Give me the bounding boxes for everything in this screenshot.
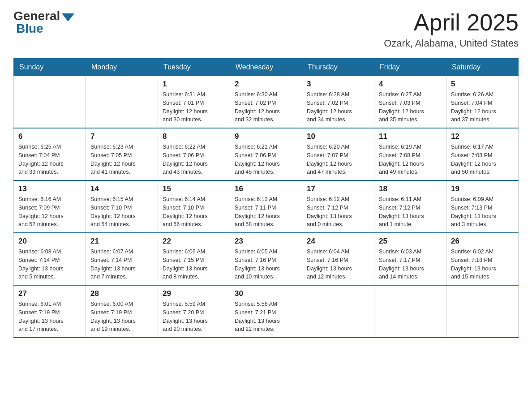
day-info: Sunrise: 6:31 AM Sunset: 7:01 PM Dayligh…: [163, 90, 225, 124]
day-info: Sunrise: 6:05 AM Sunset: 7:16 PM Dayligh…: [235, 248, 297, 281]
day-of-week-header: Thursday: [302, 59, 374, 76]
day-info: Sunrise: 6:02 AM Sunset: 7:18 PM Dayligh…: [451, 248, 514, 281]
day-info: Sunrise: 6:19 AM Sunset: 7:08 PM Dayligh…: [379, 143, 442, 176]
day-info: Sunrise: 6:23 AM Sunset: 7:05 PM Dayligh…: [90, 143, 153, 176]
day-number: 10: [307, 132, 369, 141]
calendar-day-cell: 12Sunrise: 6:17 AM Sunset: 7:08 PM Dayli…: [446, 128, 519, 180]
calendar-day-cell: 2Sunrise: 6:30 AM Sunset: 7:02 PM Daylig…: [230, 76, 302, 128]
calendar-day-cell: [302, 285, 374, 338]
day-number: 23: [235, 237, 297, 246]
calendar-day-cell: 25Sunrise: 6:03 AM Sunset: 7:17 PM Dayli…: [374, 233, 446, 285]
day-number: 3: [307, 80, 369, 89]
day-of-week-header: Wednesday: [230, 59, 302, 76]
day-info: Sunrise: 6:30 AM Sunset: 7:02 PM Dayligh…: [235, 90, 297, 124]
day-info: Sunrise: 6:14 AM Sunset: 7:10 PM Dayligh…: [163, 195, 225, 229]
day-info: Sunrise: 6:27 AM Sunset: 7:03 PM Dayligh…: [379, 90, 442, 124]
day-info: Sunrise: 6:09 AM Sunset: 7:13 PM Dayligh…: [451, 195, 514, 229]
calendar-day-cell: 22Sunrise: 6:06 AM Sunset: 7:15 PM Dayli…: [158, 233, 230, 285]
day-number: 6: [18, 132, 81, 141]
day-number: 1: [163, 80, 225, 89]
day-number: 8: [163, 132, 225, 141]
day-info: Sunrise: 6:20 AM Sunset: 7:07 PM Dayligh…: [307, 143, 369, 176]
day-info: Sunrise: 6:12 AM Sunset: 7:12 PM Dayligh…: [307, 195, 369, 229]
day-number: 19: [451, 184, 514, 193]
location-title: Ozark, Alabama, United States: [384, 38, 519, 49]
day-info: Sunrise: 6:28 AM Sunset: 7:02 PM Dayligh…: [307, 90, 369, 124]
day-number: 21: [90, 237, 153, 246]
day-info: Sunrise: 6:04 AM Sunset: 7:16 PM Dayligh…: [307, 248, 369, 281]
calendar-day-cell: 18Sunrise: 6:11 AM Sunset: 7:12 PM Dayli…: [374, 180, 446, 233]
logo: General Blue: [13, 9, 74, 36]
calendar-day-cell: [446, 285, 519, 338]
calendar-day-cell: 1Sunrise: 6:31 AM Sunset: 7:01 PM Daylig…: [158, 76, 230, 128]
calendar-day-cell: 5Sunrise: 6:26 AM Sunset: 7:04 PM Daylig…: [446, 76, 519, 128]
calendar-day-cell: 15Sunrise: 6:14 AM Sunset: 7:10 PM Dayli…: [158, 180, 230, 233]
calendar-day-cell: 29Sunrise: 5:59 AM Sunset: 7:20 PM Dayli…: [158, 285, 230, 338]
day-number: 14: [90, 184, 153, 193]
calendar-day-cell: 30Sunrise: 5:58 AM Sunset: 7:21 PM Dayli…: [230, 285, 302, 338]
day-number: 24: [307, 237, 369, 246]
page-header: General Blue April 2025 Ozark, Alabama, …: [13, 9, 519, 49]
day-info: Sunrise: 6:11 AM Sunset: 7:12 PM Dayligh…: [379, 195, 442, 229]
day-info: Sunrise: 5:59 AM Sunset: 7:20 PM Dayligh…: [163, 300, 225, 334]
calendar-day-cell: 20Sunrise: 6:08 AM Sunset: 7:14 PM Dayli…: [14, 233, 86, 285]
day-of-week-header: Sunday: [14, 59, 86, 76]
day-info: Sunrise: 6:13 AM Sunset: 7:11 PM Dayligh…: [235, 195, 297, 229]
day-number: 5: [451, 80, 514, 89]
calendar-day-cell: 13Sunrise: 6:16 AM Sunset: 7:09 PM Dayli…: [14, 180, 86, 233]
day-number: 15: [163, 184, 225, 193]
calendar-day-cell: 27Sunrise: 6:01 AM Sunset: 7:19 PM Dayli…: [14, 285, 86, 338]
calendar-week-row: 13Sunrise: 6:16 AM Sunset: 7:09 PM Dayli…: [14, 180, 519, 233]
day-info: Sunrise: 5:58 AM Sunset: 7:21 PM Dayligh…: [235, 300, 297, 334]
day-info: Sunrise: 6:17 AM Sunset: 7:08 PM Dayligh…: [451, 143, 514, 176]
logo-arrow-icon: [62, 13, 74, 21]
day-number: 4: [379, 80, 442, 89]
day-number: 11: [379, 132, 442, 141]
calendar-week-row: 27Sunrise: 6:01 AM Sunset: 7:19 PM Dayli…: [14, 285, 519, 338]
calendar-day-cell: 10Sunrise: 6:20 AM Sunset: 7:07 PM Dayli…: [302, 128, 374, 180]
calendar-day-cell: [374, 285, 446, 338]
calendar-day-cell: 21Sunrise: 6:07 AM Sunset: 7:14 PM Dayli…: [86, 233, 158, 285]
day-number: 13: [18, 184, 81, 193]
day-info: Sunrise: 6:15 AM Sunset: 7:10 PM Dayligh…: [90, 195, 153, 229]
title-block: April 2025 Ozark, Alabama, United States: [384, 9, 519, 49]
day-info: Sunrise: 6:26 AM Sunset: 7:04 PM Dayligh…: [451, 90, 514, 124]
day-info: Sunrise: 6:25 AM Sunset: 7:04 PM Dayligh…: [18, 143, 81, 176]
day-of-week-header: Monday: [86, 59, 158, 76]
day-info: Sunrise: 6:06 AM Sunset: 7:15 PM Dayligh…: [163, 248, 225, 281]
day-info: Sunrise: 6:16 AM Sunset: 7:09 PM Dayligh…: [18, 195, 81, 229]
calendar-day-cell: 3Sunrise: 6:28 AM Sunset: 7:02 PM Daylig…: [302, 76, 374, 128]
day-info: Sunrise: 6:22 AM Sunset: 7:06 PM Dayligh…: [163, 143, 225, 176]
day-number: 18: [379, 184, 442, 193]
day-of-week-header: Saturday: [446, 59, 519, 76]
day-number: 29: [163, 289, 225, 298]
day-info: Sunrise: 6:03 AM Sunset: 7:17 PM Dayligh…: [379, 248, 442, 281]
day-of-week-header: Tuesday: [158, 59, 230, 76]
logo-blue-text: Blue: [16, 21, 43, 36]
day-number: 16: [235, 184, 297, 193]
calendar-day-cell: 14Sunrise: 6:15 AM Sunset: 7:10 PM Dayli…: [86, 180, 158, 233]
calendar-table: SundayMondayTuesdayWednesdayThursdayFrid…: [13, 58, 519, 338]
day-info: Sunrise: 6:00 AM Sunset: 7:19 PM Dayligh…: [90, 300, 153, 334]
calendar-week-row: 20Sunrise: 6:08 AM Sunset: 7:14 PM Dayli…: [14, 233, 519, 285]
calendar-week-row: 6Sunrise: 6:25 AM Sunset: 7:04 PM Daylig…: [14, 128, 519, 180]
calendar-day-cell: 11Sunrise: 6:19 AM Sunset: 7:08 PM Dayli…: [374, 128, 446, 180]
day-number: 20: [18, 237, 81, 246]
day-info: Sunrise: 6:01 AM Sunset: 7:19 PM Dayligh…: [18, 300, 81, 334]
month-title: April 2025: [384, 9, 519, 36]
day-info: Sunrise: 6:07 AM Sunset: 7:14 PM Dayligh…: [90, 248, 153, 281]
day-of-week-header: Friday: [374, 59, 446, 76]
day-info: Sunrise: 6:21 AM Sunset: 7:06 PM Dayligh…: [235, 143, 297, 176]
calendar-day-cell: [14, 76, 86, 128]
day-number: 9: [235, 132, 297, 141]
calendar-day-cell: 19Sunrise: 6:09 AM Sunset: 7:13 PM Dayli…: [446, 180, 519, 233]
calendar-day-cell: 17Sunrise: 6:12 AM Sunset: 7:12 PM Dayli…: [302, 180, 374, 233]
calendar-week-row: 1Sunrise: 6:31 AM Sunset: 7:01 PM Daylig…: [14, 76, 519, 128]
day-number: 12: [451, 132, 514, 141]
calendar-day-cell: 23Sunrise: 6:05 AM Sunset: 7:16 PM Dayli…: [230, 233, 302, 285]
calendar-day-cell: 26Sunrise: 6:02 AM Sunset: 7:18 PM Dayli…: [446, 233, 519, 285]
calendar-header-row: SundayMondayTuesdayWednesdayThursdayFrid…: [14, 59, 519, 76]
calendar-day-cell: [86, 76, 158, 128]
calendar-day-cell: 4Sunrise: 6:27 AM Sunset: 7:03 PM Daylig…: [374, 76, 446, 128]
day-number: 22: [163, 237, 225, 246]
